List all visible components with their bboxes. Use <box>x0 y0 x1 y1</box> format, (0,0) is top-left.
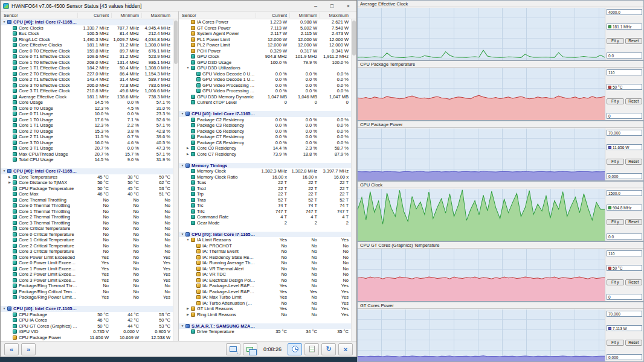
sensor-row[interactable]: Core 3 Thermal ThrottlingNoNoNo <box>1 220 173 226</box>
reset-button[interactable]: Reset <box>625 340 643 346</box>
sensor-row[interactable]: Package/Ring Power Limit ExceededYesNoYe… <box>1 294 173 300</box>
sensor-row[interactable]: ▼IA Limit ReasonsYesNoYes <box>179 237 351 243</box>
sensor-row[interactable]: Core 2 T0 Effective Clock227.0 MHz86.4 M… <box>1 71 173 77</box>
sensor-row[interactable]: IA: Turbo Attenuation (MCT)NoNoYes <box>179 300 351 306</box>
axis-max-box[interactable]: 70.000 <box>607 130 642 136</box>
sensor-row[interactable]: Core 1 T1 Usage12.3 %2.2 %57.1 % <box>1 122 173 129</box>
sensor-row[interactable]: Trc74 T74 T74 T <box>179 203 351 209</box>
sensor-row[interactable]: Core 3 T1 Usage20.7 %0.0 %47.3 % <box>1 145 173 151</box>
sensor-row[interactable]: ▶Core Distance to TjMAX56 °C50 °C62 °C <box>1 180 173 186</box>
sensor-row[interactable]: GT Cores Power7.113 W5.802 W7.548 W <box>179 25 351 31</box>
sensor-row[interactable]: Current cTDP Level000 <box>179 100 351 106</box>
axis-min-box[interactable]: 0.0 <box>607 233 642 240</box>
col-current[interactable]: Current <box>77 13 111 18</box>
graph-title[interactable]: GPU Clock <box>358 182 643 188</box>
sensor-row[interactable]: GPU Video Decode 0 Usage0.0 %0.0 %0.0 % <box>179 71 351 77</box>
sensor-row[interactable]: Core 3 T1 Effective Clock210.8 MHz49.6 M… <box>1 88 173 94</box>
sensor-row[interactable]: Core 1 T0 Effective Clock208.0 MHz131.4 … <box>1 60 173 66</box>
col-sensor[interactable]: Sensor <box>1 13 77 18</box>
graph-title[interactable]: CPU Package Temperature <box>358 61 643 68</box>
sensor-row[interactable]: Core Critical TemperatureNoNoNo <box>1 226 173 232</box>
scrollbar-thumb[interactable] <box>174 21 178 64</box>
scrollbar-right[interactable] <box>351 19 356 341</box>
sensor-row[interactable]: Core 2 T0 Usage15.3 %3.8 %42.8 % <box>1 129 173 135</box>
axis-min-box[interactable]: 0.000 <box>607 354 642 360</box>
sensor-row[interactable]: Core Thermal ThrottlingNoNoNo <box>1 197 173 203</box>
reset-button[interactable]: Reset <box>625 38 643 44</box>
maximize-button[interactable]: □ <box>324 1 340 11</box>
sensor-row[interactable]: Core 2 T1 Effective Clock143.4 MHz31.4 M… <box>1 77 173 83</box>
sensor-row[interactable]: Core 3 Critical TemperatureNoNoNo <box>1 249 173 255</box>
sensor-row[interactable]: PL1 Power Limit12.000 W12.000 W12.000 W <box>179 37 351 43</box>
sensor-row[interactable]: Package/Ring Thermal ThrottlingNoNoNo <box>1 283 173 289</box>
sensor-group-header[interactable]: ▼CPU [#0]: Intel Core i7-1165G7: DTS <box>1 168 173 174</box>
sensor-row[interactable]: Core 0 T0 Usage12.3 %4.5 %31.0 % <box>1 106 173 112</box>
sensor-row[interactable]: Core 1 T1 Effective Clock184.2 MHz50.4 M… <box>1 65 173 71</box>
sensor-row[interactable]: Memory Clock1,302.3 MHz1,302.8 MHz3,397.… <box>179 168 351 174</box>
graph-title[interactable]: GT Cores Power <box>358 302 643 309</box>
sensor-row[interactable]: ▶Ring Limit ReasonsNoNoYes <box>179 312 351 318</box>
axis-max-box[interactable]: 70.000 <box>607 311 642 317</box>
sensor-row[interactable]: ▶Core C7 Residency73.9 %18.8 %87.9 % <box>179 151 351 157</box>
sensor-row[interactable]: Command Rate4 T4 T4 T <box>179 214 351 220</box>
col-minimum[interactable]: Minimum <box>111 13 141 18</box>
current-value-box[interactable]: 904.8 MHz <box>607 205 642 211</box>
scroll-last-button[interactable]: » <box>21 343 36 355</box>
sensor-row[interactable]: Gear Mode222 <box>179 220 351 226</box>
current-value-box[interactable]: 181.1 MHz <box>607 24 642 30</box>
reset-button[interactable]: Reset <box>625 279 643 285</box>
sensor-row[interactable]: IA: Max Turbo LimitYesNoYes <box>179 294 351 300</box>
sensor-row[interactable]: IA: VR TDCNoNoNo <box>179 272 351 278</box>
sensor-row[interactable]: IA: VR Thermal AlertNoNoNo <box>179 266 351 272</box>
column-header[interactable]: Sensor Current Minimum Maximum <box>179 11 356 19</box>
sensor-row[interactable]: PCH Power0.329 W0.317 W0.341 W <box>179 48 351 54</box>
graph-title[interactable]: CPU GT Cores (Graphics) Temperature <box>358 242 643 249</box>
sensor-row[interactable]: IA: Residency State RegulationNoNoNo <box>179 255 351 261</box>
sensor-row[interactable]: ▶Core C0 Residency14.4 %2.3 %58.7 % <box>179 145 351 151</box>
fit-y-button[interactable]: Fit y <box>607 219 624 225</box>
axis-max-box[interactable]: 4000.0 <box>607 9 642 15</box>
sensor-row[interactable]: Package C6 Residency0.0 %0.0 %0.0 % <box>179 129 351 135</box>
sensor-row[interactable]: Core 3 T0 Effective Clock206.0 MHz72.8 M… <box>1 83 173 89</box>
fit-y-button[interactable]: Fit y <box>607 38 624 44</box>
dual-view-button[interactable] <box>243 343 257 355</box>
column-header[interactable]: Sensor Current Minimum Maximum <box>1 11 178 19</box>
sensor-row[interactable]: IA: PROCHOTNoNoNo <box>179 243 351 249</box>
col-minimum[interactable]: Minimum <box>289 13 320 18</box>
sensor-group-header[interactable]: ▼S.M.A.R.T.: SAMSUNG MZALQ512HALU-0... <box>179 323 351 329</box>
sensor-row[interactable]: GPU Clock904.8 MHz101.9 MHz1,911.2 MHz <box>179 54 351 60</box>
sensor-row[interactable]: ▶Core Temperatures45 °C38 °C50 °C <box>1 174 173 180</box>
sensor-row[interactable]: Core 0 Power Limit ExceededYesNoYes <box>1 260 173 266</box>
sensor-row[interactable]: Bus Clock106.5 MHz81.4 MHz212.4 MHz <box>1 31 173 37</box>
fit-y-button[interactable]: Fit y <box>607 159 624 165</box>
sensor-row[interactable]: CPU GT Cores (Graphics) Temperature50 °C… <box>1 323 173 329</box>
col-maximum[interactable]: Maximum <box>141 13 173 18</box>
current-value-box[interactable]: 50 °C <box>607 265 642 271</box>
sensor-row[interactable]: IA: Package-Level RAPL/PBM PL2,PL3YesYes… <box>179 289 351 295</box>
sensor-row[interactable]: GPU D3D Usage100.0 %79.9 %100.0 % <box>179 60 351 66</box>
sensor-group-header[interactable]: ▼Memory Timings <box>179 163 351 169</box>
col-maximum[interactable]: Maximum <box>320 13 351 18</box>
axis-max-box[interactable]: 110 <box>607 250 642 256</box>
clock-button[interactable] <box>288 343 302 355</box>
sensor-row[interactable]: Package C7 Residency0.0 %0.0 %0.0 % <box>179 134 351 140</box>
sensor-row[interactable]: ▶GT Limit ReasonsYesNoYes <box>179 306 351 312</box>
sensor-row[interactable]: Core 1 Critical TemperatureNoNoNo <box>1 237 173 243</box>
sensor-row[interactable]: Core Effective Clocks181.1 MHz31.2 MHz1,… <box>1 42 173 48</box>
sensor-row[interactable]: Core 1 Power Limit ExceededYesNoYes <box>1 266 173 272</box>
fit-y-button[interactable]: Fit y <box>607 279 624 285</box>
sensor-row[interactable]: Core Max46 °C40 °C51 °C <box>1 191 173 197</box>
sensor-row[interactable]: Core Usage14.5 %0.0 %57.1 % <box>1 100 173 106</box>
sensor-row[interactable]: IA: Thermal EventNoNoNo <box>179 249 351 255</box>
reset-button[interactable]: Reset <box>625 219 643 225</box>
close-button[interactable]: × <box>340 1 356 11</box>
axis-max-box[interactable]: 1500.0 <box>607 190 642 196</box>
sensor-row[interactable]: Core Clocks1,330.7 MHz787.7 MHz4,945.4 M… <box>1 25 173 31</box>
sensor-row[interactable]: ▼GPU D3D Utilizations <box>179 65 351 71</box>
current-value-box[interactable]: 7.113 W <box>607 325 642 331</box>
sensor-row[interactable]: PL2 Power Limit12.000 W12.000 W12.000 W <box>179 42 351 48</box>
sensor-row[interactable]: Core 0 Thermal ThrottlingNoNoNo <box>1 203 173 209</box>
axis-min-box[interactable]: 0 <box>607 294 642 300</box>
sensor-row[interactable]: Core 0 Critical TemperatureNoNoNo <box>1 232 173 238</box>
graph-title[interactable]: CPU Package Power <box>358 121 643 128</box>
